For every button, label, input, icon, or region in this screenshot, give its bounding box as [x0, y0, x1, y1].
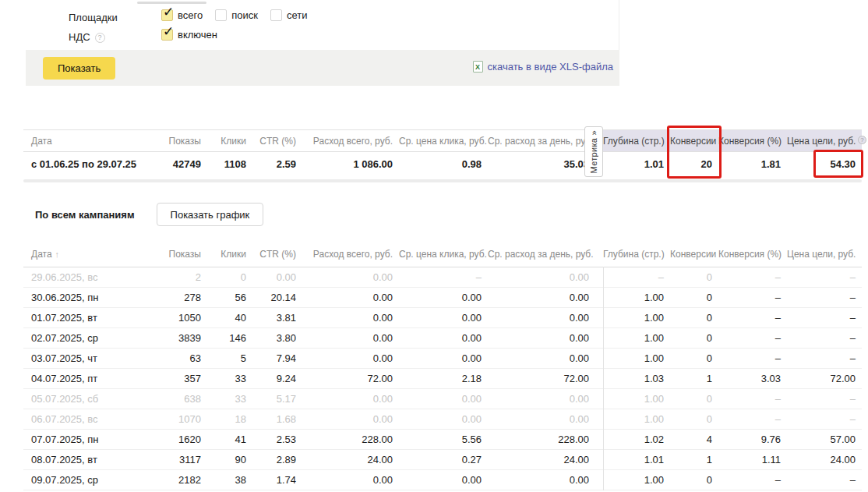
value-cell: 278 [159, 287, 207, 307]
value-cell: 228.00 [302, 429, 399, 449]
value-cell: – [718, 388, 787, 409]
value-cell: – [787, 307, 862, 327]
column-header-label: Дата [31, 249, 52, 260]
column-header[interactable]: Дата↑ [23, 242, 159, 267]
column-header: Расход всего, руб. [302, 130, 399, 152]
checkbox-checked-icon[interactable] [161, 9, 173, 21]
value-cell: 1.00 [603, 327, 670, 348]
column-header[interactable]: CTR (%) [252, 242, 302, 267]
value-cell: 72.00 [488, 368, 595, 388]
info-icon[interactable]: ? [858, 136, 866, 144]
checkbox-option[interactable]: сети [270, 9, 308, 21]
value-cell: 72.00 [787, 368, 862, 388]
column-header[interactable]: Конверсия (%) [718, 242, 787, 267]
value-cell: 2.53 [252, 429, 302, 449]
column-header[interactable]: Конверсии [670, 242, 718, 267]
checkbox-unchecked-icon[interactable] [215, 9, 227, 21]
value-cell: 5 [207, 348, 252, 368]
value-cell: – [787, 409, 862, 429]
value-cell: – [718, 287, 787, 307]
column-header: Цена цели, руб.? [787, 130, 862, 152]
value-cell: 1 086.00 [302, 152, 399, 177]
filter-panel: Площадки всегопоисксети НДС? включен Пок… [26, 0, 619, 86]
column-header: Дата [23, 130, 159, 152]
xls-download-link[interactable]: скачать в виде XLS-файла [473, 61, 614, 73]
table-row: 01.07.2025, вт1050403.810.000.000.001.00… [23, 307, 862, 327]
value-cell: 0.00 [302, 348, 399, 368]
checkbox-option[interactable]: всего [161, 9, 203, 21]
value-cell: 0.00 [488, 469, 595, 490]
column-header-label: Конверсии [670, 249, 716, 260]
value-cell: 33 [207, 388, 252, 409]
column-header: Глубина (стр.) [603, 130, 670, 152]
help-icon[interactable]: ? [95, 33, 105, 43]
column-header-label: Цена цели, руб. [787, 249, 856, 260]
value-cell: 5.56 [399, 429, 488, 449]
value-cell: 0.00 [399, 348, 488, 368]
value-cell: – [787, 287, 862, 307]
column-header[interactable]: Расход всего, руб. [302, 242, 399, 267]
column-header-label: Цена цели, руб. [787, 136, 856, 147]
checkbox-unchecked-icon[interactable] [270, 9, 282, 21]
show-chart-button[interactable]: Показать график [157, 203, 264, 226]
column-header-label: Расход всего, руб. [313, 249, 393, 260]
date-cell: 06.07.2025, вс [23, 409, 159, 429]
actions-strip: Показать скачать в виде XLS-файла [26, 50, 619, 86]
value-cell: 56 [207, 287, 252, 307]
table-row: 29.06.2025, вс200.000.00–0.00–0–– [23, 267, 862, 287]
checkbox-option[interactable]: включен [161, 29, 217, 41]
date-cell: 08.07.2025, вт [23, 449, 159, 469]
column-header[interactable]: Цена цели, руб. [787, 242, 862, 267]
column-header: Ср. расход за день, руб. [488, 130, 595, 152]
checkbox-checked-icon[interactable] [161, 29, 173, 41]
value-cell: 2.89 [252, 449, 302, 469]
show-button[interactable]: Показать [43, 57, 115, 80]
value-cell: 0.00 [252, 267, 302, 287]
horizontal-scrollbar[interactable] [23, 179, 862, 182]
column-header-label: Клики [221, 136, 246, 147]
column-header-label: Ср. расход за день, руб. [488, 249, 594, 260]
column-header: CTR (%) [252, 130, 302, 152]
date-cell: 01.07.2025, вт [23, 307, 159, 327]
column-header-label: Конверсии [670, 136, 716, 147]
value-cell: – [787, 348, 862, 368]
column-gap [595, 429, 603, 449]
value-cell: 0.00 [302, 388, 399, 409]
detail-table: Дата↑ПоказыКликиCTR (%)Расход всего, руб… [23, 242, 862, 490]
column-header[interactable]: Ср. цена клика, руб. [399, 242, 488, 267]
column-header: Конверсии [670, 130, 718, 152]
column-gap [595, 409, 603, 429]
platforms-checkbox-group: всегопоисксети [161, 9, 307, 21]
value-cell: 1.00 [603, 287, 670, 307]
column-gap [595, 348, 603, 368]
value-cell: 0.00 [302, 307, 399, 327]
value-cell: 0.00 [302, 287, 399, 307]
date-cell: 07.07.2025, пн [23, 429, 159, 449]
table-row: 03.07.2025, чт6357.940.000.000.001.000–– [23, 348, 862, 368]
value-cell: 0 [670, 307, 718, 327]
table-row: 08.07.2025, вт3117902.8924.000.2724.001.… [23, 449, 862, 469]
value-cell: 0.00 [488, 348, 595, 368]
value-cell: 0 [670, 469, 718, 490]
column-header[interactable]: Ср. расход за день, руб. [488, 242, 595, 267]
value-cell: – [399, 267, 488, 287]
value-cell: 24.00 [488, 449, 595, 469]
value-cell: – [718, 348, 787, 368]
value-cell: – [787, 469, 862, 490]
metrika-tab[interactable]: Метрика » [584, 126, 603, 177]
table-row: с 01.06.25 по 29.07.254274911082.591 086… [23, 152, 862, 177]
column-gap [595, 327, 603, 348]
table-row: 05.07.2025, сб638335.170.000.000.001.000… [23, 388, 862, 409]
date-cell: 02.07.2025, ср [23, 327, 159, 348]
column-header[interactable]: Показы [159, 242, 207, 267]
checkbox-option[interactable]: поиск [215, 9, 258, 21]
value-cell: 0.00 [399, 409, 488, 429]
value-cell: 24.00 [787, 449, 862, 469]
value-cell: 228.00 [488, 429, 595, 449]
column-header[interactable]: Глубина (стр.) [603, 242, 670, 267]
value-cell: 41 [207, 429, 252, 449]
value-cell: 0 [670, 327, 718, 348]
column-header[interactable]: Клики [207, 242, 252, 267]
summary-table: ДатаПоказыКликиCTR (%)Расход всего, руб.… [23, 129, 862, 177]
value-cell: 0.00 [302, 267, 399, 287]
